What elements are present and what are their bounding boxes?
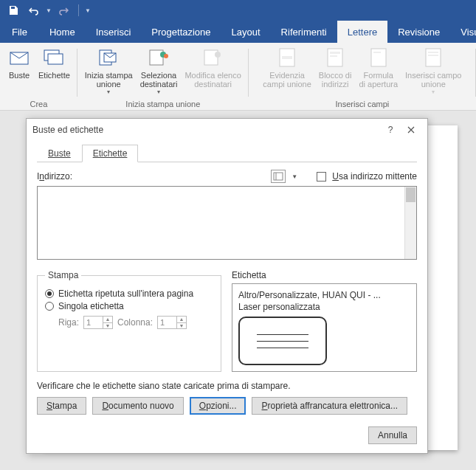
documento-nuovo-button[interactable]: Documento nuovo [92,397,183,415]
address-book-dropdown[interactable]: ▼ [292,173,297,180]
modifica-elenco-button: Modifica elencodestinatari [182,44,244,98]
label-preview-icon [238,317,327,365]
mailmerge-icon [97,46,120,69]
undo-dropdown[interactable]: ▼ [46,7,52,14]
riga-input [83,316,103,329]
colonna-spinner: ▲▼ [157,316,187,329]
indirizzo-textarea[interactable] [37,186,417,260]
svg-rect-14 [330,55,337,57]
riga-label: Riga: [58,317,79,328]
tab-file[interactable]: File [0,21,39,43]
usa-mittente-label: Usa indirizzo mittente [332,171,417,182]
group-label-crea: Crea [30,98,47,110]
save-button[interactable] [4,2,22,18]
usa-mittente-checkbox[interactable] [317,172,326,182]
group-label-inserisci: Inserisci campi [336,98,390,110]
buste-etichette-dialog: Buste ed etichette ? Buste Etichette Ind… [26,118,428,454]
tab-progettazione[interactable]: Progettazione [141,21,221,43]
svg-point-7 [164,54,168,58]
tab-etichette[interactable]: Etichette [82,145,139,162]
formula-button: Formuladi apertura [356,44,401,98]
tab-visualizza[interactable]: Visualizza [450,21,476,43]
address-book-button[interactable] [271,170,286,183]
riga-up: ▲ [103,317,112,323]
svg-rect-19 [428,55,438,56]
indirizzo-label: Indirizzo: [37,171,72,182]
tab-home[interactable]: Home [39,21,86,43]
tab-buste[interactable]: Buste [37,145,82,162]
undo-button[interactable] [25,2,43,18]
svg-rect-5 [150,50,163,65]
dialog-title: Buste ed etichette [32,125,103,135]
inizia-stampa-button[interactable]: Inizia stampaunione▾ [82,44,136,98]
proprieta-button[interactable]: Proprietà affrancatura elettronica... [252,397,407,415]
ribbon-group-inserisci: Evidenziacampi unione Blocco diindirizzi… [249,43,476,110]
etichetta-preview-box[interactable]: Altro/Personalizzate, HUAN QUI - ... Las… [232,283,417,372]
scrollbar[interactable] [404,187,416,259]
insertfield-icon [421,46,445,69]
etichetta-line2: Laser personalizzata [238,302,410,312]
radio-singola[interactable]: Singola etichetta [45,301,213,311]
svg-rect-12 [328,49,342,66]
qat-customize[interactable]: ▼ [85,7,91,14]
etichetta-legend: Etichetta [232,270,417,280]
stampa-button[interactable]: Stampa [37,397,86,415]
tab-lettere[interactable]: Lettere [337,21,387,43]
verify-text: Verificare che le etichette siano state … [37,381,417,391]
colonna-label: Colonna: [117,317,153,328]
seleziona-destinatari-button[interactable]: Selezionadestinatari▾ [137,44,181,98]
help-button[interactable]: ? [380,122,401,138]
svg-rect-20 [274,173,283,180]
svg-rect-8 [204,50,218,65]
svg-rect-18 [428,52,438,53]
opzioni-button[interactable]: Opzioni... [190,397,246,415]
radio-empty-icon [45,302,54,311]
svg-rect-16 [373,52,381,53]
envelope-icon [7,46,31,69]
group-label-inizia: Inizia stampa unione [125,98,200,110]
dialog-tabs: Buste Etichette [37,144,417,162]
ribbon-group-inizia: Inizia stampaunione▾ Selezionadestinatar… [77,43,249,110]
editlist-icon [201,46,225,69]
riga-down: ▼ [103,323,112,329]
addressbook-icon [273,172,283,181]
undo-icon [29,5,39,15]
tab-inserisci[interactable]: Inserisci [86,21,142,43]
close-icon [407,126,415,134]
tab-revisione[interactable]: Revisione [387,21,450,43]
evidenzia-button: Evidenziacampi unione [260,44,314,98]
svg-rect-15 [371,49,386,66]
svg-point-9 [215,52,221,58]
quick-access-toolbar: ▼ ▼ [0,0,476,21]
dialog-titlebar: Buste ed etichette ? [27,119,427,141]
colonna-down: ▼ [177,323,186,329]
riga-spinner: ▲▼ [83,316,113,329]
greeting-icon [367,46,390,69]
radio-intera-pagina[interactable]: Etichetta ripetuta sull'intera pagina [45,288,213,299]
label-icon [42,46,66,69]
buste-button[interactable]: Buste [4,44,34,98]
ribbon: Buste Etichette Crea Inizia stampaunione… [0,43,476,111]
ribbon-group-crea: Buste Etichette Crea [0,43,77,110]
svg-rect-2 [48,54,63,64]
etichetta-line1: Altro/Personalizzate, HUAN QUI - ... [238,290,410,300]
etichette-button[interactable]: Etichette [35,44,73,98]
save-icon [8,5,18,15]
stampa-fieldset: Stampa Etichetta ripetuta sull'intera pa… [37,270,221,372]
redo-button[interactable] [55,2,72,18]
svg-rect-13 [330,52,340,54]
recipients-icon [147,46,170,69]
inserisci-campo-button: Inserisci campounione▾ [402,44,464,98]
tab-layout[interactable]: Layout [221,21,271,43]
svg-rect-17 [426,49,441,66]
svg-rect-11 [282,56,292,59]
colonna-up: ▲ [177,317,186,323]
tab-riferimenti[interactable]: Riferimenti [271,21,337,43]
radio-dot-icon [45,289,54,298]
annulla-button[interactable]: Annulla [368,426,417,444]
highlight-icon [275,46,299,69]
stampa-legend: Stampa [45,270,81,280]
ribbon-tabs: File Home Inserisci Progettazione Layout… [0,21,476,43]
close-button[interactable] [401,122,421,138]
redo-icon [58,5,69,15]
